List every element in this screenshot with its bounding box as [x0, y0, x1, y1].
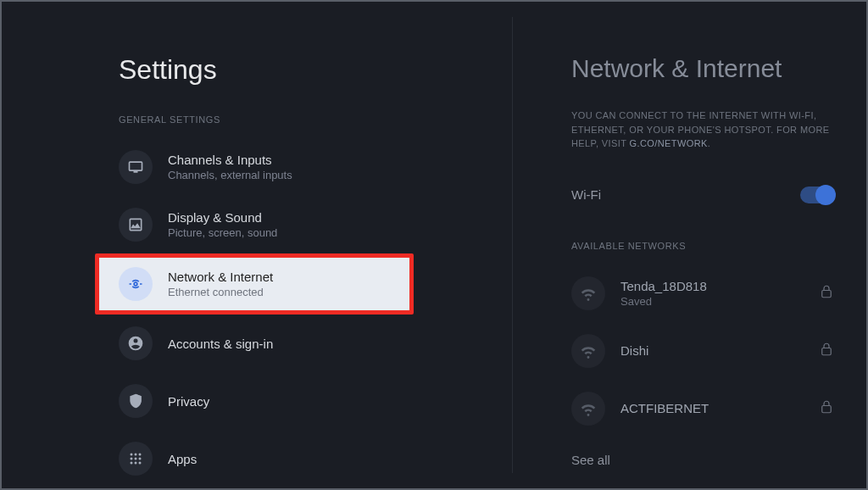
- wifi-icon: [571, 334, 605, 368]
- sidebar-item-network-internet[interactable]: Network & Internet Ethernet connected: [95, 253, 414, 315]
- detail-subtext: YOU CAN CONNECT TO THE INTERNET WITH WI-…: [571, 109, 834, 151]
- wifi-toggle[interactable]: [800, 187, 834, 203]
- network-name: Tenda_18D818: [620, 279, 819, 293]
- network-name: ACTFIBERNET: [620, 401, 819, 415]
- sidebar-item-label: Network & Internet: [168, 270, 273, 284]
- sidebar-item-channels-inputs[interactable]: Channels & Inputs Channels, external inp…: [119, 138, 512, 196]
- account-icon: [119, 326, 153, 360]
- wifi-icon: [571, 392, 605, 426]
- tv-icon: [119, 150, 153, 184]
- image-icon: [119, 208, 153, 242]
- help-link[interactable]: G.CO/NETWORK: [630, 138, 708, 148]
- sidebar-item-sub: Ethernet connected: [168, 286, 273, 298]
- lock-icon: [819, 284, 834, 303]
- network-name: Dishi: [620, 343, 819, 358]
- settings-sidebar: Settings GENERAL SETTINGS Channels & Inp…: [0, 0, 512, 490]
- sidebar-item-label: Privacy: [168, 394, 209, 409]
- network-item[interactable]: ACTFIBERNET: [571, 380, 834, 437]
- sidebar-item-apps[interactable]: Apps: [119, 430, 512, 487]
- sidebar-item-sub: Channels, external inputs: [168, 169, 292, 181]
- section-header-general: GENERAL SETTINGS: [119, 114, 512, 125]
- sidebar-item-privacy[interactable]: Privacy: [119, 372, 512, 430]
- detail-pane: Network & Internet YOU CAN CONNECT TO TH…: [512, 0, 868, 490]
- shield-icon: [119, 384, 153, 418]
- see-all-networks[interactable]: See all: [571, 453, 834, 467]
- lock-icon: [819, 342, 834, 360]
- section-header-available: AVAILABLE NETWORKS: [571, 241, 834, 251]
- pane-divider: [512, 17, 513, 473]
- wifi-icon: [571, 276, 605, 310]
- sidebar-item-accounts-signin[interactable]: Accounts & sign-in: [119, 315, 512, 372]
- sidebar-item-display-sound[interactable]: Display & Sound Picture, screen, sound: [119, 196, 512, 253]
- wifi-label: Wi-Fi: [571, 187, 601, 202]
- sidebar-item-label: Apps: [168, 452, 197, 466]
- detail-title: Network & Internet: [571, 54, 834, 83]
- network-icon: [119, 267, 153, 301]
- page-title: Settings: [119, 54, 512, 86]
- sidebar-item-label: Channels & Inputs: [168, 153, 292, 167]
- wifi-toggle-row[interactable]: Wi-Fi: [571, 173, 834, 217]
- network-status: Saved: [620, 295, 819, 308]
- sidebar-item-label: Display & Sound: [168, 210, 277, 225]
- sidebar-item-sub: Picture, screen, sound: [168, 226, 277, 239]
- lock-icon: [819, 399, 834, 418]
- network-item[interactable]: Dishi: [571, 322, 834, 380]
- apps-icon: [119, 442, 153, 476]
- network-item[interactable]: Tenda_18D818 Saved: [571, 264, 834, 322]
- sidebar-item-label: Accounts & sign-in: [168, 337, 273, 351]
